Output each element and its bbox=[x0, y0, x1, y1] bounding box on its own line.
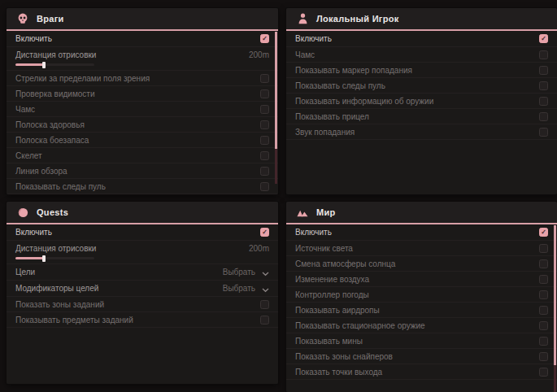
setting-label: Показывать стационарное оружие bbox=[295, 321, 425, 330]
setting-label: Включить bbox=[295, 228, 332, 237]
checkbox[interactable]: ✓ bbox=[539, 97, 548, 106]
checkbox[interactable]: ✓ bbox=[260, 167, 269, 176]
checkbox[interactable]: ✓ bbox=[260, 89, 269, 98]
row-chams[interactable]: Чамс ✓ bbox=[286, 47, 557, 63]
row-exit-points[interactable]: Показать точки выхода ✓ bbox=[286, 364, 557, 380]
row-enable[interactable]: Включить ✓ bbox=[286, 224, 557, 241]
checkbox[interactable]: ✓ bbox=[539, 259, 548, 268]
skull-icon bbox=[17, 13, 28, 24]
row-quest-items[interactable]: Показывать предметы заданий ✓ bbox=[7, 312, 278, 328]
row-weapon-info[interactable]: Показывать информацию об оружии ✓ bbox=[286, 94, 557, 109]
row-bullet-tracers[interactable]: Показывать следы пуль ✓ bbox=[286, 78, 557, 94]
panel-quests-header[interactable]: Quests bbox=[7, 202, 278, 224]
checkbox[interactable]: ✓ bbox=[260, 182, 269, 191]
row-chams[interactable]: Чамс ✓ bbox=[7, 102, 278, 117]
checkbox[interactable]: ✓ bbox=[539, 112, 548, 121]
row-line-of-sight[interactable]: Линия обзора ✓ bbox=[7, 163, 278, 179]
row-quest-zones[interactable]: Показать зоны заданий ✓ bbox=[7, 297, 278, 312]
panel-enemies-header[interactable]: Враги bbox=[7, 8, 278, 31]
slider-fill bbox=[15, 63, 44, 66]
row-hit-sound[interactable]: Звук попадания ✓ bbox=[286, 124, 557, 140]
row-light-source[interactable]: Источник света ✓ bbox=[286, 241, 557, 256]
setting-label: Чамс bbox=[295, 50, 315, 59]
scrollbar[interactable] bbox=[554, 225, 556, 392]
checkbox[interactable]: ✓ bbox=[539, 128, 548, 137]
checkbox[interactable]: ✓ bbox=[539, 34, 548, 43]
checkbox[interactable]: ✓ bbox=[539, 352, 548, 361]
checkbox[interactable]: ✓ bbox=[260, 151, 269, 160]
row-mines[interactable]: Показывать мины ✓ bbox=[286, 333, 557, 349]
row-render-distance: Дистанция отрисовки 200m bbox=[7, 47, 278, 71]
setting-label: Показать зоны заданий bbox=[15, 300, 104, 309]
checkbox[interactable]: ✓ bbox=[260, 136, 269, 145]
panel-local-player-header[interactable]: Локальный Игрок bbox=[286, 8, 557, 31]
render-distance-slider[interactable] bbox=[15, 63, 94, 66]
row-crosshair[interactable]: Показывать прицел ✓ bbox=[286, 109, 557, 124]
checkbox[interactable]: ✓ bbox=[539, 244, 548, 253]
setting-label: Цели bbox=[15, 268, 35, 277]
setting-label: Проверка видимости bbox=[15, 89, 95, 98]
row-sniper-zones[interactable]: Показать зоны снайперов ✓ bbox=[286, 349, 557, 364]
checkbox[interactable]: ✓ bbox=[260, 228, 269, 237]
row-offscreen-arrows[interactable]: Стрелки за пределами поля зрения ✓ bbox=[7, 71, 278, 86]
setting-label: Показывать прицел bbox=[295, 112, 369, 121]
row-airdrops[interactable]: Показывать аирдропы ✓ bbox=[286, 303, 557, 318]
setting-label: Показывать информацию об оружии bbox=[295, 97, 433, 106]
scrollbar[interactable] bbox=[275, 32, 277, 184]
row-health-bar[interactable]: Полоска здоровья ✓ bbox=[7, 117, 278, 133]
checkbox[interactable]: ✓ bbox=[539, 290, 548, 299]
checkbox[interactable]: ✓ bbox=[539, 228, 548, 237]
checkbox[interactable]: ✓ bbox=[260, 300, 269, 309]
setting-label: Дистанция отрисовки bbox=[15, 50, 96, 59]
checkbox[interactable]: ✓ bbox=[539, 81, 548, 90]
checkbox[interactable]: ✓ bbox=[539, 50, 548, 59]
panel-quests: Quests Включить ✓ Дистанция отрисовки 20… bbox=[7, 202, 278, 384]
setting-label: Включить bbox=[295, 34, 332, 43]
dropdown-value: Выбрать bbox=[223, 284, 255, 293]
checkbox[interactable]: ✓ bbox=[539, 275, 548, 284]
scrollbar-thumb[interactable] bbox=[554, 225, 556, 365]
row-air-change[interactable]: Изменение воздуха ✓ bbox=[286, 272, 557, 287]
setting-label: Контроллер погоды bbox=[295, 290, 369, 299]
setting-label: Показывать предметы заданий bbox=[15, 316, 133, 324]
target-modifiers-dropdown[interactable]: Выбрать bbox=[223, 281, 269, 296]
checkbox[interactable]: ✓ bbox=[539, 368, 548, 377]
slider-handle[interactable] bbox=[42, 255, 46, 262]
row-hit-marker[interactable]: Показывать маркер попадания ✓ bbox=[286, 63, 557, 78]
row-enable[interactable]: Включить ✓ bbox=[286, 31, 557, 47]
scrollbar-thumb[interactable] bbox=[275, 32, 277, 149]
checkbox[interactable]: ✓ bbox=[260, 105, 269, 114]
row-ammo-bar[interactable]: Полоска боезапаса ✓ bbox=[7, 133, 278, 148]
row-bullet-tracers[interactable]: Показывать следы пуль ✓ bbox=[7, 179, 278, 194]
checkbox[interactable]: ✓ bbox=[539, 337, 548, 346]
slider-handle[interactable] bbox=[42, 62, 46, 68]
checkbox[interactable]: ✓ bbox=[539, 306, 548, 315]
setting-label: Звук попадания bbox=[295, 128, 355, 137]
chevron-down-icon bbox=[262, 281, 269, 296]
render-distance-slider[interactable] bbox=[15, 257, 94, 259]
row-sun-atmosphere[interactable]: Смена атмосферы солнца ✓ bbox=[286, 256, 557, 272]
checkbox[interactable]: ✓ bbox=[539, 66, 548, 75]
row-enable[interactable]: Включить ✓ bbox=[7, 224, 278, 241]
targets-dropdown[interactable]: Выбрать bbox=[223, 265, 269, 280]
row-target-modifiers[interactable]: Модификаторы целей Выбрать bbox=[7, 281, 278, 297]
row-enable[interactable]: Включить ✓ bbox=[7, 31, 278, 47]
row-stationary-weapons[interactable]: Показывать стационарное оружие ✓ bbox=[286, 318, 557, 333]
panel-title: Мир bbox=[316, 207, 336, 217]
setting-label: Показать точки выхода bbox=[295, 368, 382, 377]
checkbox[interactable]: ✓ bbox=[260, 120, 269, 129]
row-visibility-check[interactable]: Проверка видимости ✓ bbox=[7, 86, 278, 102]
checkbox[interactable]: ✓ bbox=[260, 316, 269, 324]
checkbox[interactable]: ✓ bbox=[260, 34, 269, 43]
row-weather-controller[interactable]: Контроллер погоды ✓ bbox=[286, 287, 557, 303]
panel-title: Локальный Игрок bbox=[316, 14, 399, 24]
checkbox[interactable]: ✓ bbox=[260, 74, 269, 83]
row-skeleton[interactable]: Скелет ✓ bbox=[7, 148, 278, 163]
setting-label: Смена атмосферы солнца bbox=[295, 259, 395, 268]
person-icon bbox=[297, 13, 308, 24]
setting-label: Модификаторы целей bbox=[15, 284, 98, 293]
panel-world-header[interactable]: Мир bbox=[286, 202, 557, 224]
checkbox[interactable]: ✓ bbox=[539, 321, 548, 330]
panel-enemies: Враги Включить ✓ Дистанция отрисовки 200… bbox=[7, 8, 278, 194]
row-targets[interactable]: Цели Выбрать bbox=[7, 264, 278, 281]
